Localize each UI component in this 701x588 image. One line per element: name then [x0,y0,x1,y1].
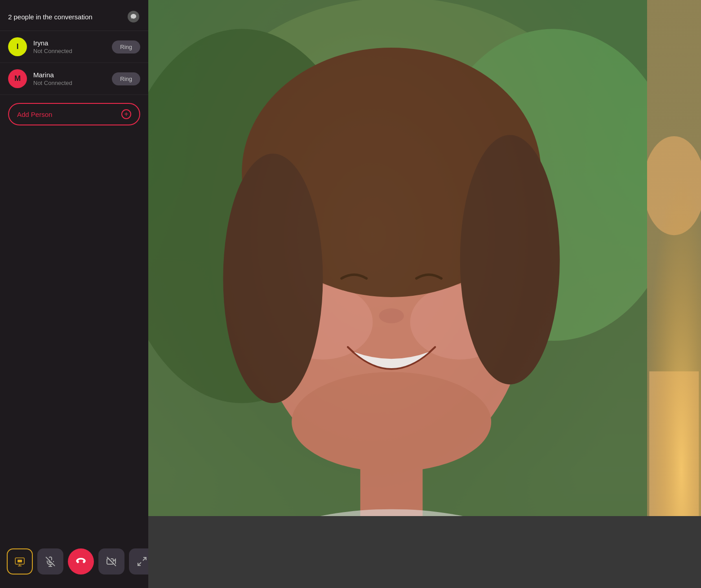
participant-info-iryna: Iryna Not Connected [33,39,112,54]
ring-button-iryna[interactable]: Ring [112,40,140,53]
participant-item-marina: M Marina Not Connected Ring [0,63,148,95]
end-call-icon [75,556,86,567]
participant-info-marina: Marina Not Connected [33,71,112,86]
participant-name-iryna: Iryna [33,39,112,47]
video-placeholder [148,0,647,588]
left-panel: 2 people in the conversation I Iryna Not… [0,0,148,588]
secondary-video [647,0,701,588]
video-off-button[interactable] [98,548,124,575]
screen-share-icon [14,556,25,567]
face-simulation [148,0,647,588]
participant-status-marina: Not Connected [33,80,112,86]
chat-svg [130,13,137,20]
ring-button-marina[interactable]: Ring [112,72,140,85]
svg-line-9 [138,562,141,566]
participant-name-marina: Marina [33,71,112,79]
participant-status-iryna: Not Connected [33,48,112,54]
svg-point-18 [223,154,323,403]
conversation-count: 2 people in the conversation [8,13,93,21]
bottom-bar [148,516,701,588]
secondary-video-content [647,0,701,588]
panel-header: 2 people in the conversation [0,0,148,31]
add-person-container: Add Person + [0,95,148,134]
svg-point-20 [379,308,404,323]
add-person-button[interactable]: Add Person + [8,103,140,125]
screen-share-button[interactable] [7,548,33,575]
primary-video [148,0,647,588]
video-off-icon [106,556,117,567]
main-video-area [148,0,701,588]
secondary-video-svg [647,0,701,588]
end-call-button[interactable] [68,548,94,575]
participant-list: I Iryna Not Connected Ring M Marina Not … [0,31,148,95]
chat-bubble-icon[interactable] [128,11,139,22]
svg-line-8 [143,557,146,561]
avatar-iryna: I [8,37,27,56]
svg-rect-1 [18,560,22,562]
face-svg [148,0,647,588]
add-person-label: Add Person [17,111,52,118]
participant-item-iryna: I Iryna Not Connected Ring [0,31,148,63]
svg-point-19 [460,135,560,384]
add-person-icon: + [121,109,131,119]
microphone-mute-icon [45,556,56,567]
expand-icon [137,556,147,567]
svg-rect-27 [647,0,701,588]
mute-button[interactable] [37,548,63,575]
bottom-controls [7,548,155,575]
avatar-marina: M [8,69,27,88]
